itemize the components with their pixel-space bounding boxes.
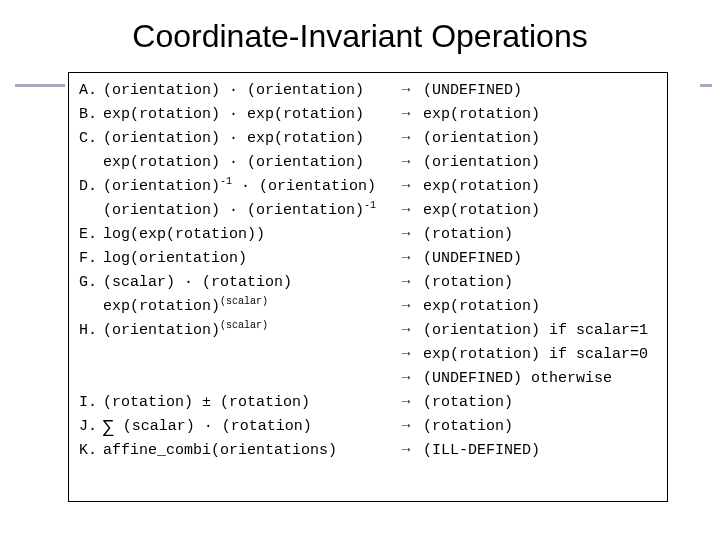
arrow-icon: →	[389, 79, 423, 103]
rule-label: I.	[79, 391, 103, 415]
rule-row: →exp(rotation) if scalar=0	[79, 343, 657, 367]
rule-lhs: (orientation)(scalar)	[103, 319, 389, 343]
arrow-icon: →	[389, 103, 423, 127]
rule-lhs: ∑ (scalar) · (rotation)	[103, 415, 389, 439]
rule-row: →(UNDEFINED) otherwise	[79, 367, 657, 391]
rule-rhs: exp(rotation)	[423, 175, 540, 199]
rule-lhs: (rotation) ± (rotation)	[103, 391, 389, 415]
rule-label: G.	[79, 271, 103, 295]
rule-rhs: (UNDEFINED) otherwise	[423, 367, 612, 391]
arrow-icon: →	[389, 127, 423, 151]
arrow-icon: →	[389, 319, 423, 343]
rule-rhs: exp(rotation)	[423, 103, 540, 127]
rule-left	[15, 84, 65, 87]
rule-lhs: log(orientation)	[103, 247, 389, 271]
arrow-icon: →	[389, 343, 423, 367]
rule-label: K.	[79, 439, 103, 463]
arrow-icon: →	[389, 175, 423, 199]
rule-lhs: (scalar) · (rotation)	[103, 271, 389, 295]
rule-rhs: (orientation)	[423, 151, 540, 175]
rule-row: (orientation) · (orientation)-1→exp(rota…	[79, 199, 657, 223]
rule-rhs: (ILL-DEFINED)	[423, 439, 540, 463]
rule-row: exp(rotation)(scalar)→exp(rotation)	[79, 295, 657, 319]
page-title: Coordinate-Invariant Operations	[0, 18, 720, 55]
rule-lhs: exp(rotation)(scalar)	[103, 295, 389, 319]
rule-rhs: (UNDEFINED)	[423, 79, 522, 103]
rule-label: J.	[79, 415, 103, 439]
rules-box: A.(orientation) · (orientation)→(UNDEFIN…	[68, 72, 668, 502]
rule-row: A.(orientation) · (orientation)→(UNDEFIN…	[79, 79, 657, 103]
rule-rhs: (rotation)	[423, 223, 513, 247]
rule-label: F.	[79, 247, 103, 271]
rule-rhs: (rotation)	[423, 271, 513, 295]
arrow-icon: →	[389, 367, 423, 391]
arrow-icon: →	[389, 271, 423, 295]
rule-row: I.(rotation) ± (rotation)→(rotation)	[79, 391, 657, 415]
arrow-icon: →	[389, 391, 423, 415]
rule-row: D.(orientation)-1 · (orientation)→exp(ro…	[79, 175, 657, 199]
arrow-icon: →	[389, 295, 423, 319]
arrow-icon: →	[389, 151, 423, 175]
arrow-icon: →	[389, 223, 423, 247]
arrow-icon: →	[389, 439, 423, 463]
rule-rhs: exp(rotation) if scalar=0	[423, 343, 648, 367]
rule-row: H.(orientation)(scalar)→(orientation) if…	[79, 319, 657, 343]
rule-right	[700, 84, 712, 87]
rule-row: J.∑ (scalar) · (rotation)→(rotation)	[79, 415, 657, 439]
rule-label: D.	[79, 175, 103, 199]
rule-row: exp(rotation) · (orientation)→(orientati…	[79, 151, 657, 175]
rule-label: A.	[79, 79, 103, 103]
rule-lhs: (orientation) · exp(rotation)	[103, 127, 389, 151]
rule-label: E.	[79, 223, 103, 247]
rule-row: G.(scalar) · (rotation)→(rotation)	[79, 271, 657, 295]
rule-lhs: log(exp(rotation))	[103, 223, 389, 247]
rule-lhs: affine_combi(orientations)	[103, 439, 389, 463]
rule-row: B.exp(rotation) · exp(rotation)→exp(rota…	[79, 103, 657, 127]
rule-rhs: (rotation)	[423, 391, 513, 415]
rule-rhs: (orientation)	[423, 127, 540, 151]
arrow-icon: →	[389, 415, 423, 439]
rule-rhs: exp(rotation)	[423, 295, 540, 319]
rule-lhs: (orientation)-1 · (orientation)	[103, 175, 389, 199]
rule-row: C.(orientation) · exp(rotation)→(orienta…	[79, 127, 657, 151]
slide: Coordinate-Invariant Operations A.(orien…	[0, 0, 720, 540]
rule-label: C.	[79, 127, 103, 151]
rule-lhs: exp(rotation) · (orientation)	[103, 151, 389, 175]
arrow-icon: →	[389, 199, 423, 223]
rule-label: H.	[79, 319, 103, 343]
rule-row: K.affine_combi(orientations)→(ILL-DEFINE…	[79, 439, 657, 463]
rule-rhs: (rotation)	[423, 415, 513, 439]
rule-label: B.	[79, 103, 103, 127]
rule-lhs: (orientation) · (orientation)-1	[103, 199, 389, 223]
rule-rhs: exp(rotation)	[423, 199, 540, 223]
rule-row: F.log(orientation)→(UNDEFINED)	[79, 247, 657, 271]
rule-rhs: (UNDEFINED)	[423, 247, 522, 271]
arrow-icon: →	[389, 247, 423, 271]
rule-row: E.log(exp(rotation))→(rotation)	[79, 223, 657, 247]
rule-rhs: (orientation) if scalar=1	[423, 319, 648, 343]
rule-lhs: exp(rotation) · exp(rotation)	[103, 103, 389, 127]
rule-lhs: (orientation) · (orientation)	[103, 79, 389, 103]
